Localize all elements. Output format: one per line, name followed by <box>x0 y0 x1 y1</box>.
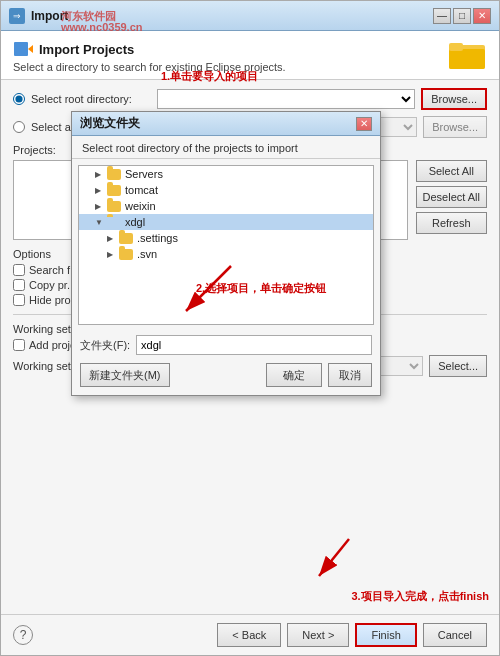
filename-label: 文件夹(F): <box>80 338 130 353</box>
root-directory-label: Select root directory: <box>31 93 151 105</box>
tree-item-xdgl[interactable]: ▼ xdgl <box>79 214 373 230</box>
back-button[interactable]: < Back <box>217 623 281 647</box>
tree-label-settings: .settings <box>137 232 178 244</box>
overlay-cancel-button[interactable]: 取消 <box>328 363 372 387</box>
archive-file-radio[interactable] <box>13 121 25 133</box>
tree-arrow-xdgl: ▼ <box>95 218 103 227</box>
main-dialog: 河东软件园 www.nc0359.cn ⇒ Import — □ ✕ Impor… <box>0 0 500 656</box>
folder-icon-svn <box>119 249 133 260</box>
folder-icon-weixin <box>107 201 121 212</box>
overlay-titlebar: 浏览文件夹 ✕ <box>72 112 380 136</box>
add-to-ws-checkbox[interactable] <box>13 339 25 351</box>
title-bar-controls: — □ ✕ <box>433 8 491 24</box>
overlay-buttons: 新建文件夹(M) 确定 取消 <box>72 359 380 395</box>
import-icon: ⇒ <box>9 8 25 24</box>
side-buttons: Select All Deselect All Refresh <box>416 160 487 240</box>
copy-label: Copy pr... <box>29 279 76 291</box>
filename-row: 文件夹(F): <box>72 331 380 359</box>
tree-label-tomcat: tomcat <box>125 184 158 196</box>
maximize-button[interactable]: □ <box>453 8 471 24</box>
svg-line-6 <box>319 539 349 576</box>
header-folder-icon <box>449 37 489 75</box>
close-button[interactable]: ✕ <box>473 8 491 24</box>
select-all-button[interactable]: Select All <box>416 160 487 182</box>
annotation-3: 3.项目导入完成，点击finish <box>351 589 489 604</box>
refresh-button[interactable]: Refresh <box>416 212 487 234</box>
svg-rect-4 <box>449 43 463 51</box>
root-directory-row: Select root directory: Browse... <box>13 88 487 110</box>
folder-icon-settings <box>119 233 133 244</box>
tree-label-xdgl: xdgl <box>125 216 145 228</box>
footer-left: ? <box>13 625 33 645</box>
tree-item-weixin[interactable]: ▶ weixin <box>79 198 373 214</box>
header-import-icon <box>13 39 33 59</box>
root-directory-combo[interactable] <box>157 89 415 109</box>
minimize-button[interactable]: — <box>433 8 451 24</box>
tree-label-weixin: weixin <box>125 200 156 212</box>
deselect-all-button[interactable]: Deselect All <box>416 186 487 208</box>
folder-icon-servers <box>107 169 121 180</box>
svg-rect-3 <box>449 49 485 69</box>
arrow-to-finish <box>309 534 369 584</box>
tree-item-servers[interactable]: ▶ Servers <box>79 166 373 182</box>
tree-label-servers: Servers <box>125 168 163 180</box>
browse-folder-dialog: 浏览文件夹 ✕ Select root directory of the pro… <box>71 111 381 396</box>
cancel-button[interactable]: Cancel <box>423 623 487 647</box>
search-checkbox[interactable] <box>13 264 25 276</box>
tree-arrow-weixin: ▶ <box>95 202 103 211</box>
overlay-close-button[interactable]: ✕ <box>356 117 372 131</box>
annotation-1: 1.单击要导入的项目 <box>161 69 258 84</box>
svg-rect-0 <box>14 42 28 56</box>
tree-label-svn: .svn <box>137 248 157 260</box>
overlay-subtitle: Select root directory of the projects to… <box>72 136 380 159</box>
footer-buttons: < Back Next > Finish Cancel <box>217 623 487 647</box>
archive-browse-button[interactable]: Browse... <box>423 116 487 138</box>
finish-button[interactable]: Finish <box>355 623 416 647</box>
tree-arrow-settings: ▶ <box>107 234 115 243</box>
header-title: Import Projects <box>39 42 134 57</box>
ws-select-button[interactable]: Select... <box>429 355 487 377</box>
help-icon[interactable]: ? <box>13 625 33 645</box>
dialog-title: Import Projects <box>13 39 487 59</box>
new-folder-button[interactable]: 新建文件夹(M) <box>80 363 170 387</box>
tree-arrow-tomcat: ▶ <box>95 186 103 195</box>
tree-arrow-servers: ▶ <box>95 170 103 179</box>
tree-item-svn[interactable]: ▶ .svn <box>79 246 373 262</box>
folder-icon-tomcat <box>107 185 121 196</box>
root-directory-radio[interactable] <box>13 93 25 105</box>
dialog-footer: ? < Back Next > Finish Cancel <box>1 614 499 655</box>
ok-cancel-group: 确定 取消 <box>266 363 372 387</box>
tree-item-tomcat[interactable]: ▶ tomcat <box>79 182 373 198</box>
ok-button[interactable]: 确定 <box>266 363 322 387</box>
svg-marker-1 <box>28 45 33 53</box>
next-button[interactable]: Next > <box>287 623 349 647</box>
root-browse-button[interactable]: Browse... <box>421 88 487 110</box>
copy-checkbox[interactable] <box>13 279 25 291</box>
filename-input[interactable] <box>136 335 372 355</box>
folder-icon-xdgl <box>107 217 121 228</box>
tree-item-settings[interactable]: ▶ .settings <box>79 230 373 246</box>
annotation-2: 2.选择项目，单击确定按钮 <box>196 281 326 296</box>
watermark-line2: www.nc0359.cn <box>61 21 143 33</box>
tree-arrow-svn: ▶ <box>107 250 115 259</box>
overlay-title: 浏览文件夹 <box>80 115 140 132</box>
title-bar-left: ⇒ Import <box>9 8 68 24</box>
hide-checkbox[interactable] <box>13 294 25 306</box>
